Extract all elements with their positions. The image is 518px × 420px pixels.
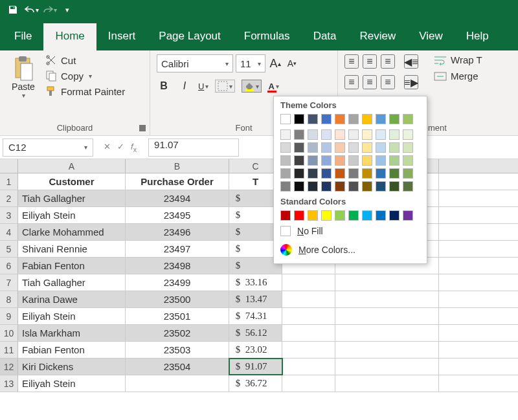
color-swatch[interactable] [280, 181, 291, 192]
color-swatch[interactable] [335, 210, 345, 221]
color-swatch[interactable] [389, 210, 400, 221]
copy-button[interactable]: Copy▾ [45, 70, 125, 82]
cell[interactable]: Kiri Dickens [18, 359, 126, 375]
row-header[interactable]: 3 [0, 207, 18, 223]
color-swatch[interactable] [376, 142, 386, 153]
bold-button[interactable]: B [157, 79, 171, 93]
undo-button[interactable]: ▾ [23, 2, 39, 17]
cell[interactable]: 23498 [126, 258, 229, 274]
row-header[interactable]: 4 [0, 224, 18, 240]
cell[interactable]: $ 23.02 [229, 342, 282, 358]
cell[interactable] [126, 375, 229, 392]
color-swatch[interactable] [280, 168, 291, 179]
color-swatch[interactable] [308, 142, 318, 153]
color-swatch[interactable] [321, 155, 332, 166]
paste-button[interactable]: Paste ▾ [6, 54, 40, 99]
color-swatch[interactable] [335, 129, 345, 140]
cell[interactable]: $ 74.31 [229, 308, 282, 324]
color-swatch[interactable] [403, 129, 413, 140]
cell[interactable]: 23500 [126, 291, 229, 307]
cell[interactable]: $ 13.47 [229, 291, 282, 307]
color-swatch[interactable] [294, 114, 304, 124]
cell[interactable]: Isla Markham [18, 325, 126, 341]
color-swatch[interactable] [308, 181, 318, 192]
row-header[interactable]: 5 [0, 241, 18, 257]
row-header[interactable]: 11 [0, 342, 18, 358]
redo-button[interactable]: ▾ [41, 2, 57, 17]
cell[interactable]: $ 36.72 [229, 375, 282, 392]
color-swatch[interactable] [389, 114, 400, 124]
align-right-button[interactable]: ≡ [381, 75, 395, 89]
borders-button[interactable]: ▾ [215, 80, 235, 93]
format-painter-button[interactable]: Format Painter [45, 85, 125, 97]
color-swatch[interactable] [403, 114, 413, 124]
enter-formula-button[interactable]: ✓ [117, 142, 124, 153]
cell[interactable]: 23502 [126, 325, 229, 341]
color-swatch[interactable] [294, 210, 304, 221]
color-swatch[interactable] [389, 129, 400, 140]
color-swatch[interactable] [376, 114, 386, 124]
color-swatch[interactable] [321, 168, 332, 179]
cell[interactable]: $ 91.07 [229, 359, 282, 375]
row-header[interactable]: 9 [0, 308, 18, 324]
color-swatch[interactable] [294, 129, 304, 140]
cell[interactable]: 23496 [126, 224, 229, 240]
insert-function-button[interactable]: fx [131, 142, 137, 153]
cell[interactable] [335, 359, 439, 375]
color-swatch[interactable] [348, 168, 359, 179]
color-swatch[interactable] [280, 129, 291, 140]
col-header-b[interactable]: B [126, 159, 229, 173]
font-size-select[interactable]: 11▾ [236, 54, 265, 72]
cell[interactable] [335, 274, 439, 291]
tab-help[interactable]: Help [455, 23, 501, 50]
color-swatch[interactable] [362, 181, 372, 192]
color-swatch[interactable] [362, 129, 372, 140]
cell[interactable]: Fabian Fenton [18, 342, 126, 358]
color-swatch[interactable] [403, 168, 413, 179]
color-swatch[interactable] [280, 155, 291, 166]
row-header[interactable]: 2 [0, 190, 18, 206]
color-swatch[interactable] [294, 155, 304, 166]
color-swatch[interactable] [389, 142, 400, 153]
color-swatch[interactable] [335, 168, 345, 179]
row-header[interactable]: 6 [0, 258, 18, 274]
cell[interactable] [282, 274, 335, 291]
color-swatch[interactable] [376, 181, 386, 192]
cell[interactable]: 23495 [126, 207, 229, 223]
cell[interactable]: Clarke Mohammed [18, 224, 126, 240]
cell[interactable] [282, 342, 335, 358]
cell[interactable]: Purchase Order [126, 173, 229, 190]
cell[interactable] [282, 375, 335, 392]
color-swatch[interactable] [389, 168, 400, 179]
cell[interactable]: 23501 [126, 308, 229, 324]
cell[interactable]: Customer [18, 173, 126, 190]
color-swatch[interactable] [294, 181, 304, 192]
tab-file[interactable]: File [3, 23, 43, 50]
color-swatch[interactable] [294, 168, 304, 179]
cell[interactable]: $ 33.16 [229, 274, 282, 291]
wrap-text-button[interactable]: Wrap T [434, 54, 482, 65]
no-fill-button[interactable]: No Fill [274, 222, 427, 240]
spreadsheet-grid[interactable]: A B C D E 1 Customer Purchase Order T 2T… [0, 159, 518, 392]
cell[interactable] [282, 291, 335, 307]
align-top-button[interactable]: ≡ [344, 54, 359, 69]
customize-qat-button[interactable]: ▾ [60, 2, 75, 17]
cell[interactable]: Eiliyah Stein [18, 207, 126, 223]
cell[interactable] [335, 291, 439, 307]
color-swatch[interactable] [403, 155, 413, 166]
color-swatch[interactable] [389, 181, 400, 192]
tab-home[interactable]: Home [43, 23, 96, 50]
color-swatch[interactable] [308, 168, 318, 179]
cell[interactable]: Karina Dawe [18, 291, 126, 307]
color-swatch[interactable] [321, 114, 332, 124]
color-swatch[interactable] [280, 114, 291, 124]
cell[interactable]: 23504 [126, 359, 229, 375]
color-swatch[interactable] [321, 210, 332, 221]
name-box[interactable]: C12▾ [3, 138, 93, 157]
color-swatch[interactable] [321, 181, 332, 192]
color-swatch[interactable] [280, 142, 291, 153]
cell[interactable]: Eiliyah Stein [18, 375, 126, 392]
save-button[interactable] [5, 2, 21, 17]
color-swatch[interactable] [335, 142, 345, 153]
row-header[interactable]: 12 [0, 359, 18, 375]
